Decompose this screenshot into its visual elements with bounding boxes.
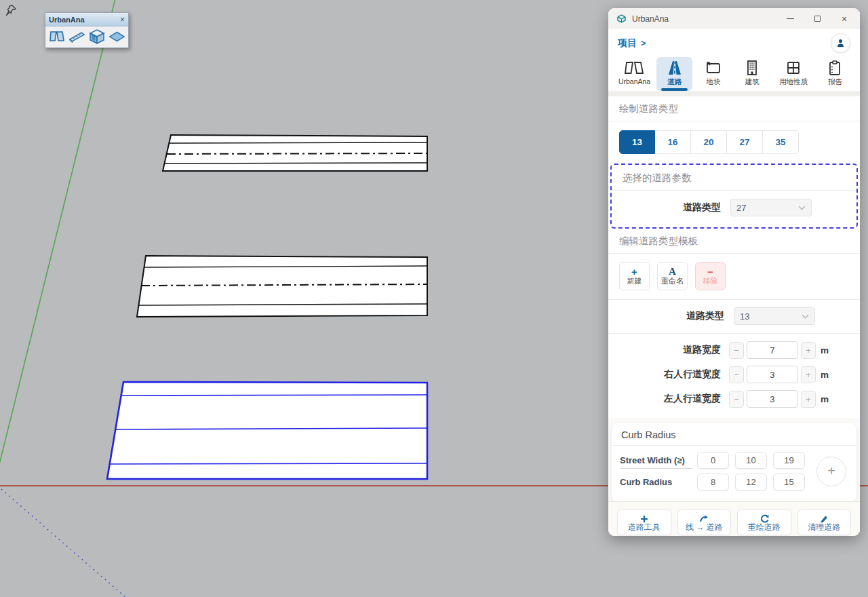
road-tool-plus-icon bbox=[640, 514, 648, 523]
street-width-values-row bbox=[697, 452, 805, 469]
new-template-button[interactable]: + 新建 bbox=[619, 262, 650, 290]
chevron-down-icon bbox=[802, 314, 809, 319]
plot-3d-icon[interactable] bbox=[108, 29, 125, 44]
pushpin-icon[interactable] bbox=[7, 5, 16, 16]
avatar[interactable] bbox=[831, 33, 850, 53]
unit-label: m bbox=[821, 345, 829, 355]
tab-landuse[interactable]: 用地性质 bbox=[773, 57, 814, 91]
road-type-label: 道路类型 bbox=[619, 310, 734, 322]
road-shape-selected[interactable] bbox=[107, 382, 427, 479]
curb-radius-input-2[interactable] bbox=[735, 474, 767, 490]
add-curb-rule-button[interactable]: + bbox=[816, 457, 846, 486]
tab-plots[interactable]: 地块 bbox=[695, 57, 731, 91]
report-icon bbox=[827, 60, 843, 76]
maximize-button[interactable] bbox=[812, 14, 822, 24]
increment-button[interactable]: + bbox=[801, 366, 816, 383]
minus-icon: − bbox=[707, 267, 713, 277]
curb-radius-input-1[interactable] bbox=[697, 474, 729, 490]
road-tool-button[interactable]: 道路工具 bbox=[617, 509, 671, 535]
section-title: 绘制道路类型 bbox=[608, 96, 860, 121]
urbanana-logo-icon bbox=[625, 60, 645, 76]
road-type-option-16[interactable]: 16 bbox=[655, 130, 691, 154]
urbanana-panel-window: UrbanAna × 项目 > U bbox=[608, 8, 860, 536]
road-type-label: 道路类型 bbox=[623, 201, 730, 214]
road-3d-icon[interactable] bbox=[68, 29, 85, 44]
road-type-option-35[interactable]: 35 bbox=[763, 130, 799, 154]
unit-label: m bbox=[821, 370, 829, 380]
tab-roads[interactable]: 道路 bbox=[656, 57, 692, 91]
left-sidewalk-width-row: 左人行道宽度 − + m bbox=[608, 387, 860, 411]
footer-toolbar: 道路工具 线 → 道路 重绘道路 清理道路 bbox=[608, 501, 860, 536]
draw-road-type-section: 绘制道路类型 13 16 20 27 35 选择的道路参数 道路类型 27 bbox=[608, 96, 860, 418]
clean-pencil-icon bbox=[819, 514, 829, 523]
chevron-down-icon bbox=[798, 206, 806, 210]
edit-road-template-section: 编辑道路类型模板 + 新建 A 重命名 − 移除 bbox=[608, 229, 860, 418]
plus-icon: + bbox=[631, 267, 637, 277]
road-shape-top[interactable] bbox=[163, 135, 427, 171]
road-type-option-27[interactable]: 27 bbox=[727, 130, 763, 154]
close-icon[interactable]: × bbox=[120, 16, 125, 24]
street-width-label: Street Width (≥) bbox=[620, 452, 693, 469]
tab-report[interactable]: 报告 bbox=[817, 57, 853, 91]
road-width-input[interactable] bbox=[747, 341, 798, 359]
section-title: 编辑道路类型模板 bbox=[608, 229, 860, 254]
street-width-input-2[interactable] bbox=[735, 452, 767, 469]
right-sidewalk-width-row: 右人行道宽度 − + m bbox=[608, 362, 860, 387]
rename-template-button[interactable]: A 重命名 bbox=[657, 262, 688, 290]
road-type-option-13[interactable]: 13 bbox=[619, 130, 655, 154]
plot-icon bbox=[705, 60, 722, 76]
window-titlebar[interactable]: UrbanAna × bbox=[608, 8, 860, 29]
sketchup-viewport: UrbanAna × UrbanAna bbox=[0, 0, 868, 597]
rename-icon: A bbox=[669, 267, 676, 277]
road-type-option-20[interactable]: 20 bbox=[691, 130, 727, 154]
tab-buildings[interactable]: 建筑 bbox=[734, 57, 770, 91]
landuse-icon bbox=[785, 60, 802, 76]
redraw-refresh-icon bbox=[760, 514, 769, 523]
edit-road-type-dropdown[interactable]: 13 bbox=[734, 307, 815, 325]
decrement-button[interactable]: − bbox=[729, 391, 744, 408]
floating-toolbar[interactable]: UrbanAna × bbox=[45, 12, 129, 48]
curb-radius-label: Curb Radius bbox=[620, 474, 693, 490]
section-divider-band bbox=[608, 91, 860, 96]
road-width-label: 道路宽度 bbox=[619, 344, 729, 356]
curb-radius-values-row bbox=[697, 474, 805, 490]
remove-template-button[interactable]: − 移除 bbox=[695, 262, 726, 290]
floating-toolbar-title: UrbanAna bbox=[49, 16, 85, 24]
street-width-input-3[interactable] bbox=[773, 452, 805, 469]
road-shape-middle[interactable] bbox=[137, 256, 427, 317]
tab-urbanana[interactable]: UrbanAna bbox=[615, 57, 654, 91]
window-title: UrbanAna bbox=[632, 14, 785, 24]
increment-button[interactable]: + bbox=[801, 391, 816, 408]
redraw-road-button[interactable]: 重绘道路 bbox=[737, 509, 791, 535]
close-button[interactable]: × bbox=[840, 14, 849, 24]
street-width-input-1[interactable] bbox=[697, 452, 729, 469]
green-axis bbox=[0, 0, 115, 467]
line-to-road-arrow-icon bbox=[698, 514, 709, 523]
right-sidewalk-width-input[interactable] bbox=[747, 366, 798, 383]
building-3d-icon[interactable] bbox=[89, 29, 105, 44]
urbanana-logo-icon[interactable] bbox=[49, 29, 65, 44]
panel-header-row: 项目 > bbox=[608, 29, 860, 54]
curb-radius-input-3[interactable] bbox=[773, 474, 805, 490]
urbanana-app-logo-icon bbox=[616, 13, 627, 24]
floating-toolbar-titlebar[interactable]: UrbanAna × bbox=[45, 13, 128, 26]
curb-radius-section: Curb Radius Street Width (≥) Curb Radius bbox=[612, 423, 856, 501]
chevron-right-icon: > bbox=[641, 38, 646, 48]
left-sidewalk-width-label: 左人行道宽度 bbox=[619, 393, 729, 405]
road-icon bbox=[666, 60, 684, 76]
building-icon bbox=[744, 60, 760, 76]
left-sidewalk-width-input[interactable] bbox=[747, 390, 798, 408]
section-title: 选择的道路参数 bbox=[612, 165, 856, 191]
line-to-road-button[interactable]: 线 → 道路 bbox=[677, 509, 732, 535]
section-title: Curb Radius bbox=[612, 423, 856, 446]
clean-road-button[interactable]: 清理道路 bbox=[797, 509, 852, 535]
decrement-button[interactable]: − bbox=[729, 366, 744, 383]
decrement-button[interactable]: − bbox=[729, 342, 744, 359]
tab-bar: UrbanAna 道路 地块 bbox=[608, 54, 860, 91]
road-width-row: 道路宽度 − + m bbox=[608, 338, 860, 362]
road-type-segment-group: 13 16 20 27 35 bbox=[608, 121, 860, 163]
minimize-button[interactable] bbox=[785, 14, 795, 24]
selected-road-type-dropdown[interactable]: 27 bbox=[730, 199, 812, 216]
breadcrumb[interactable]: 项目 bbox=[618, 37, 637, 50]
increment-button[interactable]: + bbox=[801, 342, 816, 359]
